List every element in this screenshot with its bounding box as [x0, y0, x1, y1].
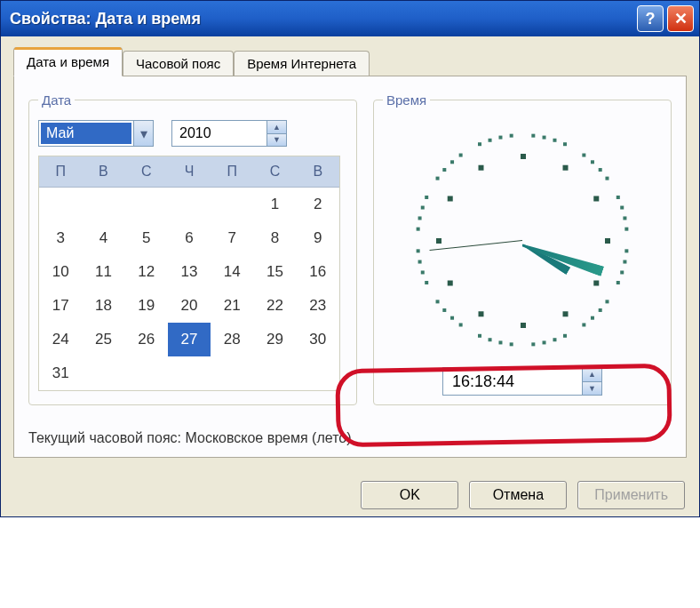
clock-tick	[553, 338, 556, 341]
calendar-day[interactable]: 26	[125, 323, 168, 356]
cancel-button[interactable]: Отмена	[469, 481, 567, 509]
calendar-day[interactable]: 23	[297, 289, 339, 323]
tab-label: Дата и время	[27, 54, 109, 69]
calendar-day[interactable]: 5	[125, 221, 168, 255]
titlebar: Свойства: Дата и время ? ✕	[1, 1, 699, 36]
tab-label: Время Интернета	[247, 56, 356, 71]
spin-up-icon[interactable]: ▲	[583, 368, 601, 381]
calendar-empty-cell: .	[82, 188, 124, 221]
calendar-day[interactable]: 20	[168, 289, 211, 323]
year-spinner[interactable]: 2010 ▲ ▼	[171, 120, 287, 147]
clock-tick	[425, 196, 428, 199]
clock-tick	[510, 342, 513, 346]
window-title: Свойства: Дата и время	[10, 10, 633, 28]
calendar-day[interactable]: 11	[82, 255, 124, 289]
spin-down-icon[interactable]: ▼	[583, 381, 601, 396]
tabs: Дата и время Часовой пояс Время Интернет…	[13, 47, 687, 76]
calendar-empty-cell: .	[39, 188, 82, 221]
current-timezone-text: Текущий часовой пояс: Московское время (…	[28, 430, 672, 446]
clock-tick	[605, 177, 609, 180]
clock-tick	[563, 311, 569, 316]
clock-tick	[623, 260, 626, 264]
calendar-day[interactable]: 13	[168, 255, 211, 289]
clock-tick	[624, 249, 628, 252]
calendar-day[interactable]: 10	[39, 255, 82, 289]
weekday-header: В	[297, 156, 339, 188]
clock-tick	[591, 160, 594, 164]
clock-tick	[421, 270, 425, 274]
calendar: ПВСЧПСВ .....123456789101112131415161718…	[38, 156, 340, 391]
tab-date-time[interactable]: Дата и время	[13, 47, 123, 76]
button-label: OK	[400, 487, 420, 502]
calendar-day[interactable]: 2	[297, 188, 339, 221]
clock-tick	[591, 316, 594, 320]
ok-button[interactable]: OK	[361, 481, 458, 509]
clock-tick	[436, 177, 440, 180]
clock-tick	[417, 249, 420, 252]
calendar-day[interactable]: 24	[39, 323, 82, 356]
clock-tick	[417, 228, 420, 231]
calendar-day[interactable]: 1	[253, 188, 296, 221]
calendar-day[interactable]: 9	[297, 221, 339, 255]
calendar-day[interactable]: 4	[82, 221, 124, 255]
apply-button[interactable]: Применить	[577, 481, 685, 509]
time-spinner[interactable]: 16:18:44 ▲ ▼	[442, 367, 602, 396]
weekday-header: С	[125, 156, 168, 188]
clock-tick	[450, 160, 454, 164]
calendar-empty-cell: .	[297, 356, 339, 390]
spin-down-icon[interactable]: ▼	[267, 133, 286, 147]
time-group: Время 16:18:44 ▲ ▼	[373, 92, 672, 405]
calendar-day[interactable]: 22	[253, 289, 296, 323]
clock-tick	[553, 139, 556, 142]
weekday-header: П	[39, 156, 82, 188]
clock-tick	[582, 154, 585, 157]
clock-tick	[489, 338, 492, 341]
clock-tick	[620, 270, 624, 274]
calendar-empty-cell: .	[211, 356, 253, 390]
calendar-day[interactable]: 30	[297, 323, 339, 356]
calendar-day[interactable]: 19	[125, 289, 168, 323]
clock-tick	[605, 238, 610, 244]
clock-tick	[442, 168, 446, 172]
weekday-header: П	[211, 156, 253, 188]
calendar-day[interactable]: 7	[211, 221, 253, 255]
clock-tick	[543, 136, 546, 140]
date-legend: Дата	[38, 92, 75, 108]
year-value: 2010	[172, 121, 266, 146]
clock-tick	[448, 196, 453, 202]
month-year-row: Май ▾ 2010 ▲ ▼	[38, 120, 347, 147]
calendar-day[interactable]: 16	[297, 255, 339, 289]
calendar-empty-cell: .	[168, 356, 211, 390]
calendar-day[interactable]: 8	[253, 221, 296, 255]
calendar-day[interactable]: 12	[125, 255, 168, 289]
month-dropdown[interactable]: Май ▾	[38, 120, 154, 147]
calendar-day[interactable]: 21	[211, 289, 253, 323]
help-icon: ?	[646, 10, 656, 28]
spin-up-icon[interactable]: ▲	[267, 121, 286, 133]
clock-tick	[459, 323, 463, 326]
calendar-day[interactable]: 28	[211, 323, 253, 356]
help-button[interactable]: ?	[637, 5, 664, 32]
calendar-day[interactable]: 6	[168, 221, 211, 255]
tab-internet-time[interactable]: Время Интернета	[234, 51, 370, 76]
calendar-day[interactable]: 17	[39, 289, 82, 323]
clock-tick	[623, 216, 626, 220]
calendar-day[interactable]: 25	[82, 323, 124, 356]
calendar-day[interactable]: 15	[253, 255, 296, 289]
calendar-day[interactable]: 29	[253, 323, 296, 356]
tab-timezone[interactable]: Часовой пояс	[123, 51, 234, 76]
date-group: Дата Май ▾ 2010 ▲ ▼	[28, 92, 357, 405]
clock-tick	[425, 281, 428, 284]
calendar-empty-cell: .	[125, 188, 168, 221]
calendar-empty-cell: .	[125, 356, 168, 390]
calendar-day[interactable]: 31	[39, 356, 82, 390]
calendar-day[interactable]: 3	[39, 221, 82, 255]
close-button[interactable]: ✕	[667, 5, 694, 32]
calendar-day[interactable]: 27	[168, 323, 211, 356]
clock-area	[383, 120, 662, 360]
time-spin-buttons: ▲ ▼	[582, 368, 601, 395]
clock-tick	[436, 300, 440, 303]
clock-tick	[521, 154, 526, 159]
calendar-day[interactable]: 18	[82, 289, 124, 323]
calendar-day[interactable]: 14	[211, 255, 253, 289]
